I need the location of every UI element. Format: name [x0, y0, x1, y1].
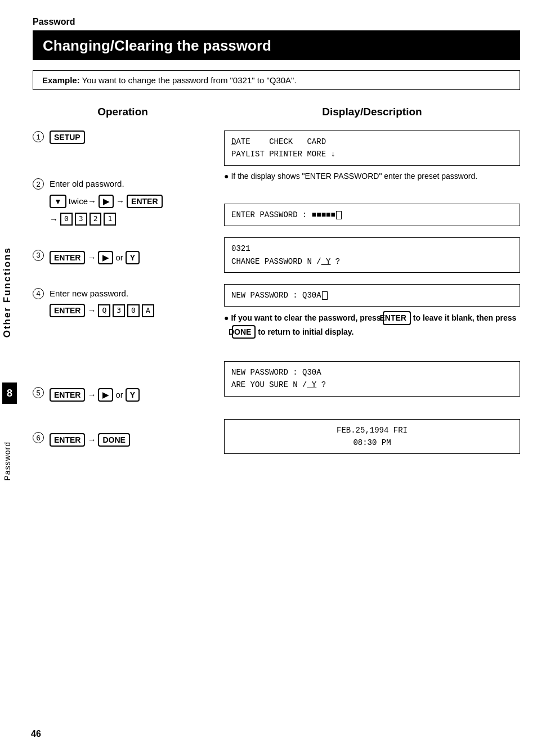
- display-3-line1: 0321: [231, 244, 250, 253]
- step-2-number: 2: [33, 178, 45, 190]
- display-2-text: ENTER PASSWORD : ■■■■■: [231, 210, 342, 219]
- down-arrow-key: ▼: [50, 195, 66, 208]
- display-step-3: 0321 CHANGE PASSWORD N / Y ?: [224, 237, 520, 273]
- step-3: 3 ENTER → ▶ or Y: [33, 249, 213, 266]
- step-5-number: 5: [33, 386, 45, 398]
- key-0-2: 0: [60, 213, 73, 226]
- display-step-4: NEW PASSWORD : Q30A If you want to clear…: [224, 284, 520, 339]
- step-3-number: 3: [33, 249, 45, 261]
- display-4-text: NEW PASSWORD : Q30A: [231, 291, 328, 300]
- main-content: Password Changing/Clearing the password …: [21, 0, 537, 756]
- display-step-5: NEW PASSWORD : Q30A ARE YOU SURE N / Y ?: [224, 361, 520, 397]
- display-3-line2: CHANGE PASSWORD N / Y ?: [231, 257, 340, 266]
- operation-column: Operation 1 SETUP 2: [33, 106, 224, 470]
- display-1-note: If the display shows "ENTER PASSWORD" en…: [224, 170, 520, 182]
- step-5: 5 ENTER → ▶ or Y: [33, 386, 213, 403]
- enter-key-4: ENTER: [50, 304, 85, 317]
- example-box: Example: You want to change the password…: [33, 70, 520, 90]
- y-key-5: Y: [126, 388, 140, 402]
- step-2-label: Enter old password.: [50, 178, 213, 191]
- key-2-2: 2: [90, 213, 102, 226]
- enter-key-2: ENTER: [127, 195, 162, 208]
- display-1-line1: DATE CHECK CARD: [231, 137, 326, 146]
- enter-key-5: ENTER: [50, 388, 85, 402]
- y-key-3: Y: [126, 251, 140, 264]
- display-box-6: FEB.25,1994 FRI 08:30 PM: [224, 419, 520, 454]
- key-3-4: 3: [113, 304, 125, 317]
- cursor-4: [322, 291, 328, 300]
- display-step-2: ENTER PASSWORD : ■■■■■: [224, 204, 520, 226]
- done-key-note: DONE: [232, 325, 256, 339]
- step-6: 6 ENTER → DONE: [33, 431, 213, 448]
- display-4-note: If you want to clear the password, press…: [224, 311, 520, 338]
- display-box-1: DATE CHECK CARD PAYLIST PRINTER MORE ↓: [224, 130, 520, 166]
- display-box-5: NEW PASSWORD : Q30A ARE YOU SURE N / Y ?: [224, 361, 520, 397]
- step-6-circle: 6: [33, 432, 44, 443]
- example-label: Example:: [42, 75, 80, 85]
- right-arrow-key-3: ▶: [98, 251, 113, 264]
- setup-key: SETUP: [50, 130, 85, 144]
- key-1-2: 1: [104, 213, 116, 226]
- sidebar-password-label: Password: [0, 411, 15, 512]
- example-text: You want to change the password from "03…: [80, 75, 297, 85]
- enter-key-6: ENTER: [50, 433, 85, 447]
- display-box-3: 0321 CHANGE PASSWORD N / Y ?: [224, 237, 520, 273]
- enter-key-note: ENTER: [383, 311, 410, 325]
- step-3-circle: 3: [33, 250, 44, 261]
- display-5-line1: NEW PASSWORD : Q30A: [231, 368, 321, 377]
- key-0-4: 0: [127, 304, 140, 317]
- step-6-content: ENTER → DONE: [50, 431, 213, 448]
- key-q-4: Q: [98, 304, 110, 317]
- sidebar-other-functions-label: Other Functions: [0, 214, 15, 371]
- cursor-2: [336, 211, 342, 219]
- display-header: Display/Description: [224, 106, 520, 118]
- display-step-1: DATE CHECK CARD PAYLIST PRINTER MORE ↓ I…: [224, 130, 520, 182]
- sidebar: Other Functions 8 Password: [0, 0, 21, 756]
- display-6-line2: 08:30 PM: [353, 438, 391, 447]
- step-4-content: Enter new password. ENTER → Q 3 0 A: [50, 287, 213, 320]
- step-5-content: ENTER → ▶ or Y: [50, 386, 213, 403]
- step-4: 4 Enter new password. ENTER → Q 3 0 A: [33, 287, 213, 320]
- step-5-circle: 5: [33, 387, 44, 398]
- step-6-number: 6: [33, 431, 45, 443]
- step-4-label: Enter new password.: [50, 287, 213, 300]
- step-3-content: ENTER → ▶ or Y: [50, 249, 213, 266]
- page-title: Changing/Clearing the password: [43, 37, 510, 55]
- display-column: Display/Description DATE CHECK CARD PAYL…: [224, 106, 520, 470]
- right-arrow-key: ▶: [99, 195, 114, 208]
- step-1-content: SETUP: [50, 130, 213, 144]
- display-box-2: ENTER PASSWORD : ■■■■■: [224, 204, 520, 226]
- page-number: 46: [31, 729, 41, 739]
- step-2-circle: 2: [33, 178, 44, 190]
- step-2-content: Enter old password. ▼ twice→ ▶ → ENTER →…: [50, 178, 213, 228]
- display-5-line2: ARE YOU SURE N / Y ?: [231, 380, 326, 389]
- section-label: Password: [33, 17, 520, 27]
- key-3-2: 3: [75, 213, 87, 226]
- step-4-circle: 4: [33, 288, 44, 299]
- two-columns: Operation 1 SETUP 2: [33, 106, 520, 470]
- step-4-number: 4: [33, 287, 45, 299]
- key-a-4: A: [142, 304, 154, 317]
- sidebar-chapter-number: 8: [2, 382, 17, 404]
- done-key-6: DONE: [98, 433, 129, 447]
- display-box-4: NEW PASSWORD : Q30A: [224, 284, 520, 307]
- display-1-line2: PAYLIST PRINTER MORE ↓: [231, 150, 335, 159]
- enter-key-3: ENTER: [50, 251, 85, 264]
- step-1: 1 SETUP: [33, 130, 213, 144]
- step-1-circle: 1: [33, 131, 44, 142]
- title-banner: Changing/Clearing the password: [33, 32, 520, 60]
- display-step-6: FEB.25,1994 FRI 08:30 PM: [224, 419, 520, 454]
- display-6-line1: FEB.25,1994 FRI: [337, 426, 408, 435]
- right-arrow-key-5: ▶: [98, 388, 113, 402]
- step-2: 2 Enter old password. ▼ twice→ ▶ → ENTER…: [33, 178, 213, 228]
- operation-header: Operation: [33, 106, 213, 118]
- step-1-number: 1: [33, 130, 45, 142]
